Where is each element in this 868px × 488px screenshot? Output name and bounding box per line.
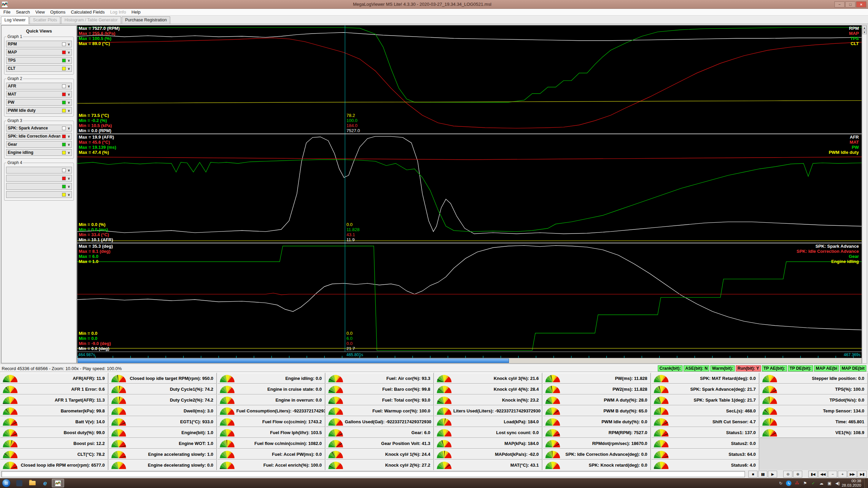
field-empty[interactable]: ∨ xyxy=(6,183,72,190)
gauge-barometer-kpa[interactable]: Barometer(kPa): 99.8 xyxy=(0,405,108,416)
gauge-rpm-rpm[interactable]: RPM(RPM): 7527.0 xyxy=(543,427,651,438)
step-forward-button[interactable]: + xyxy=(838,471,847,477)
gauge-status2[interactable]: Status2: 0.0 xyxy=(651,438,759,449)
gauge-liters-used-liters[interactable]: Liters Used(Liters): -922337217429372930 xyxy=(434,405,542,416)
gauge-gallons-used-gal[interactable]: Gallons Used(Gal): -922337217429372930 xyxy=(326,416,434,427)
gauge-secl-s[interactable]: SecL(s): 468.0 xyxy=(651,405,759,416)
gauge-status1[interactable]: Status1: 137.0 xyxy=(651,427,759,438)
gauge-knock-cyl-4[interactable]: Knock cyl# 4(%): 28.4 xyxy=(434,384,542,394)
gauge-afr-1-error[interactable]: AFR 1 Error: 0.6 xyxy=(0,384,108,394)
gauge-fuel-flow-lph-l-hr[interactable]: Fuel Flow lph(l/hr): 103.5 xyxy=(217,427,325,438)
gauge-fuel-accel-pw-ms[interactable]: Fuel: Accel PW(ms): 0.0 xyxy=(217,449,325,460)
gauge-spk-spark-table-1-deg[interactable]: SPK: Spark Table 1(deg): 21.7 xyxy=(651,394,759,405)
gauge-engine-accelerating-slowly[interactable]: Engine accelerating slowly: 1.0 xyxy=(109,449,217,460)
fast-forward-button[interactable]: ▶▶ xyxy=(848,471,857,477)
taskbar-megalogviewer-icon[interactable] xyxy=(52,479,64,487)
taskbar-ie-icon[interactable]: e xyxy=(39,479,51,487)
gauge-boost-psi[interactable]: Boost psi: 12.2 xyxy=(0,438,108,449)
gauge-fuel-air-cor[interactable]: Fuel: Air cor(%): 93.3 xyxy=(326,373,434,384)
seek-bar[interactable] xyxy=(1,471,745,477)
gauge-fuel-flow-cc-min-cc-min[interactable]: Fuel flow cc/min(cc/min): 1082.0 xyxy=(217,438,325,449)
gauge-fuel-flow-cc-cc-min[interactable]: Fuel Flow cc(cc/min): 1743.2 xyxy=(217,416,325,427)
tab-log-viewer[interactable]: Log Viewer xyxy=(1,16,29,24)
gauge-load-kpa[interactable]: Load(kPa): 184.0 xyxy=(434,416,542,427)
taskbar-app-icon[interactable] xyxy=(13,479,25,487)
gauge-engine-in-cruise-state[interactable]: Engine in cruise state: 0.0 xyxy=(217,384,325,394)
field-rpm[interactable]: RPM∨ xyxy=(6,41,72,47)
field-spk-spark-advance[interactable]: SPK: Spark Advance∨ xyxy=(6,125,72,131)
menu-calculated-fields[interactable]: Calculated Fields xyxy=(68,9,107,15)
gauge-fuel-baro-cor[interactable]: Fuel: Baro cor(%): 99.8 xyxy=(326,384,434,394)
chevron-down-icon[interactable]: ∨ xyxy=(67,126,70,130)
field-clt[interactable]: CLT∨ xyxy=(6,65,72,72)
gauge-time[interactable]: Time: 465.801 xyxy=(760,416,868,427)
gauge-spk-idle-correction-advance-deg[interactable]: SPK: Idle Correction Advance(deg): 0.0 xyxy=(543,449,651,460)
gauge-duty-cycle2[interactable]: Duty Cycle2(%): 74.2 xyxy=(109,394,217,405)
network-dots-icon[interactable]: ⁂ xyxy=(794,481,800,486)
zoom-in-button[interactable]: ⊕ xyxy=(793,471,802,477)
chevron-down-icon[interactable]: ∨ xyxy=(67,59,70,62)
speaker-icon[interactable]: ◀) xyxy=(835,481,840,486)
gauge-clt-c[interactable]: CLT(°C): 78.2 xyxy=(0,449,108,460)
close-icon[interactable]: × xyxy=(856,1,866,7)
cloud-icon[interactable]: ☁ xyxy=(818,481,824,486)
maximize-icon[interactable]: □ xyxy=(845,1,855,7)
gauge-afr-1-target-afr[interactable]: AFR 1 Target(AFR): 11.3 xyxy=(0,394,108,405)
graph-2[interactable]: Max = 19.9 (AFR)Max = 45.6 (°C)Max = 19.… xyxy=(77,134,862,243)
flag-icon[interactable]: ⚑ xyxy=(802,481,808,486)
gauge-pw-ms[interactable]: PW(ms): 11.828 xyxy=(543,373,651,384)
gauge-engine-bit[interactable]: Engine(bit): 1.0 xyxy=(109,427,217,438)
gauge-engine-idling[interactable]: Engine idling: 0.0 xyxy=(217,373,325,384)
gauge-dwell-ms[interactable]: Dwell(ms): 3.0 xyxy=(109,405,217,416)
field-pw[interactable]: PW∨ xyxy=(6,99,72,106)
gauge-batt-v-v[interactable]: Batt V(v): 14.0 xyxy=(0,416,108,427)
gauge-fuel-consumption-liters[interactable]: Fuel Consumption(Liters): -9223372174293… xyxy=(217,405,325,416)
scroll-down-icon[interactable]: ▼ xyxy=(862,30,867,34)
graph-region[interactable]: Max = 7527.0 (RPM)Max = 255.6 (kPa)Max =… xyxy=(77,25,862,364)
rewind-button[interactable]: ◀◀ xyxy=(818,471,827,477)
field-gear[interactable]: Gear∨ xyxy=(6,141,72,148)
taskbar-clock[interactable]: 00:38 28.03.2020 xyxy=(842,479,861,488)
step-back-button[interactable]: − xyxy=(828,471,837,477)
gauge-gear-position-volt[interactable]: Gear Position Volt: 41.3 xyxy=(326,438,434,449)
pause-button[interactable]: ▮▮ xyxy=(758,471,767,477)
taskbar-explorer-icon[interactable] xyxy=(26,479,38,487)
tab-purchase-registration[interactable]: Purchase Registration xyxy=(122,16,170,24)
graph-3[interactable]: Max = 35.3 (deg)Max = 8.1 (deg)Max = 6.0… xyxy=(77,243,862,352)
gauge-pwm-idle-duty[interactable]: PWM Idle duty(%): 0.0 xyxy=(543,416,651,427)
horizontal-scrollbar-thumb[interactable] xyxy=(78,359,509,363)
gauge-ve1[interactable]: VE1(%): 108.9 xyxy=(760,427,868,438)
chevron-down-icon[interactable]: ∨ xyxy=(67,109,70,113)
gauge-engine-in-overrun[interactable]: Engine in overrun: 0.0 xyxy=(217,394,325,405)
minimize-icon[interactable]: − xyxy=(834,1,845,7)
gauge-lost-sync-count[interactable]: Lost sync count: 0.0 xyxy=(434,427,542,438)
gauge-closed-loop-idle-rpm-error-rpm[interactable]: Closed loop idle RPM error(rpm): 6577.0 xyxy=(0,460,108,470)
gauge-fuel-total-cor[interactable]: Fuel: Total cor(%): 93.0 xyxy=(326,394,434,405)
gauge-knock-in[interactable]: Knock in(%): 23.2 xyxy=(434,394,542,405)
chevron-down-icon[interactable]: ∨ xyxy=(67,143,70,146)
skip-start-button[interactable]: ▮◀ xyxy=(808,471,817,477)
menu-options[interactable]: Options xyxy=(47,9,68,15)
chevron-down-icon[interactable]: ∨ xyxy=(67,151,70,155)
chevron-down-icon[interactable]: ∨ xyxy=(67,101,70,104)
gauge-knock-cyl-3[interactable]: Knock cyl# 3(%): 21.6 xyxy=(434,373,542,384)
skip-end-button[interactable]: ▶▮ xyxy=(857,471,867,477)
menu-help[interactable]: Help xyxy=(129,9,143,15)
field-engine-idling[interactable]: Engine idling∨ xyxy=(6,149,72,156)
field-spk-idle-correction-advance[interactable]: SPK: Idle Correction Advance∨ xyxy=(6,133,72,140)
gauge-gear[interactable]: Gear: 6.0 xyxy=(326,427,434,438)
cursor-line[interactable] xyxy=(345,25,345,134)
show-desktop-button[interactable] xyxy=(864,478,867,488)
play-button[interactable]: ▶ xyxy=(768,471,777,477)
vertical-scrollbar[interactable]: ▲ ▼ xyxy=(862,25,867,364)
field-afr[interactable]: AFR∨ xyxy=(6,83,72,89)
gauge-status6[interactable]: Status6: 4.0 xyxy=(651,460,759,470)
chevron-down-icon[interactable]: ∨ xyxy=(67,193,70,197)
chevron-down-icon[interactable]: ∨ xyxy=(67,42,70,46)
graph-1[interactable]: Max = 7527.0 (RPM)Max = 255.6 (kPa)Max =… xyxy=(77,25,862,134)
gauge-temp-sensor[interactable]: Temp Sensor: 134.0 xyxy=(760,405,868,416)
gauge-pwm-a-duty[interactable]: PWM A duty(%): 28.0 xyxy=(543,394,651,405)
field-mat[interactable]: MAT∨ xyxy=(6,91,72,98)
field-map[interactable]: MAP∨ xyxy=(6,49,72,56)
chevron-down-icon[interactable]: ∨ xyxy=(67,67,70,70)
